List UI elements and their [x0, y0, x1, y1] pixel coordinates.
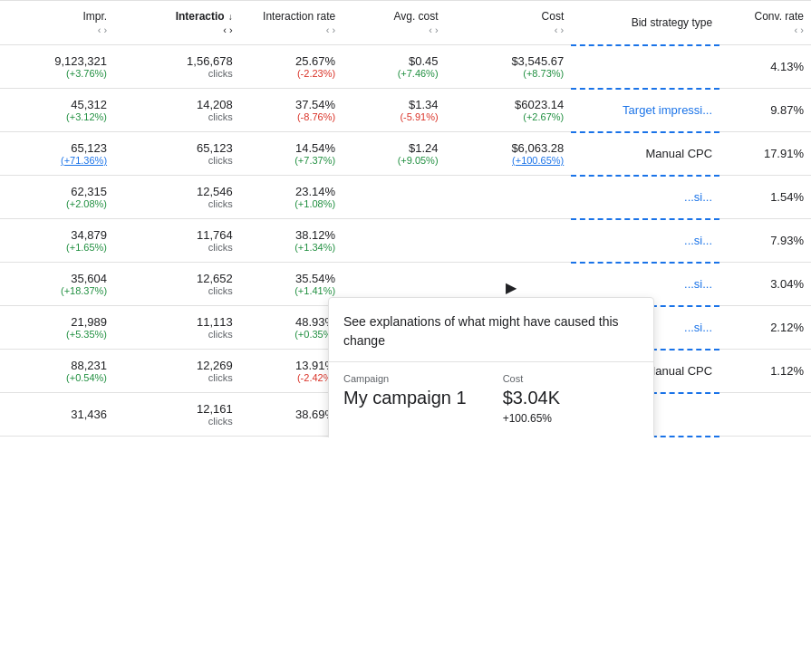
- cell-impr: 88,231(+0.54%): [0, 350, 114, 393]
- cell-impr: 34,879(+1.65%): [0, 219, 114, 263]
- cursor-icon: ▶: [506, 279, 517, 296]
- col-header-impr[interactable]: Impr. ‹ ›: [0, 1, 114, 45]
- table-row: 9,123,321(+3.76%)1,56,678clicks25.67%(-2…: [0, 45, 811, 89]
- cell-bid-strategy: Target impressi...: [571, 89, 719, 132]
- cell-int-rate: 23.14%(+1.08%): [240, 176, 343, 219]
- cell-interaction: 65,123clicks: [114, 132, 240, 176]
- cell-interaction: 1,56,678clicks: [114, 45, 240, 89]
- cell-interaction: 12,161clicks: [114, 393, 240, 437]
- cell-impr: 45,312(+3.12%): [0, 89, 114, 132]
- tooltip-cost-section: Cost $3.04K +100.65%: [503, 373, 560, 425]
- cell-interaction: 14,208clicks: [114, 89, 240, 132]
- cell-interaction: 12,269clicks: [114, 350, 240, 393]
- cell-avg-cost: $0.45(+7.46%): [343, 45, 445, 89]
- cell-avg-cost: [343, 176, 445, 219]
- data-table: Impr. ‹ › Interactio ↓ ‹ › Interaction r…: [0, 0, 811, 437]
- cell-impr: 21,989(+5.35%): [0, 306, 114, 350]
- cell-bid-strategy: ...si...: [571, 176, 719, 219]
- cell-impr: 35,604(+18.37%): [0, 263, 114, 306]
- tooltip-popup: See explanations of what might have caus…: [328, 297, 654, 437]
- cell-conv-rate: 1.54%: [719, 176, 811, 219]
- cell-bid-strategy: [571, 45, 719, 89]
- cell-cost: $6023.14(+2.67%): [446, 89, 572, 132]
- cell-interaction: 12,546clicks: [114, 176, 240, 219]
- table-row: 34,879(+1.65%)11,764clicks38.12%(+1.34%)…: [0, 219, 811, 263]
- cell-interaction: 11,113clicks: [114, 306, 240, 350]
- table-row: 45,312(+3.12%)14,208clicks37.54%(-8.76%)…: [0, 89, 811, 132]
- cell-conv-rate: 9.87%: [719, 89, 811, 132]
- cell-conv-rate: 3.04%: [719, 263, 811, 306]
- col-header-avg-cost[interactable]: Avg. cost ‹ ›: [343, 1, 445, 45]
- cell-int-rate: 38.12%(+1.34%): [240, 219, 343, 263]
- col-header-bid-strategy[interactable]: Bid strategy type: [571, 1, 719, 45]
- cell-impr: 31,436: [0, 393, 114, 437]
- tooltip-body: Campaign My campaign 1 Cost $3.04K +100.…: [329, 362, 653, 437]
- cell-avg-cost: [343, 219, 445, 263]
- cell-conv-rate: 17.91%: [719, 132, 811, 176]
- cell-conv-rate: [719, 393, 811, 437]
- cell-interaction: 12,652clicks: [114, 263, 240, 306]
- cell-int-rate: 37.54%(-8.76%): [240, 89, 343, 132]
- cell-avg-cost: $1.24(+9.05%): [343, 132, 445, 176]
- col-header-interaction[interactable]: Interactio ↓ ‹ ›: [114, 1, 240, 45]
- cell-impr: 65,123(+71.36%): [0, 132, 114, 176]
- cell-int-rate: 14.54%(+7.37%): [240, 132, 343, 176]
- cell-bid-strategy: ...si...: [571, 219, 719, 263]
- cell-cost: $3,545.67(+8.73%): [446, 45, 572, 89]
- tooltip-campaign-section: Campaign My campaign 1: [343, 373, 467, 408]
- cell-avg-cost: $1.34(-5.91%): [343, 89, 445, 132]
- cell-conv-rate: 7.93%: [719, 219, 811, 263]
- tooltip-header-text: See explanations of what might have caus…: [329, 298, 653, 361]
- cell-impr: 62,315(+2.08%): [0, 176, 114, 219]
- cell-bid-strategy: Manual CPC: [571, 132, 719, 176]
- col-header-cost[interactable]: Cost ‹ ›: [446, 1, 572, 45]
- cell-conv-rate: 1.12%: [719, 350, 811, 393]
- cell-conv-rate: 4.13%: [719, 45, 811, 89]
- table-row: 65,123(+71.36%)65,123clicks14.54%(+7.37%…: [0, 132, 811, 176]
- col-header-int-rate[interactable]: Interaction rate ‹ ›: [240, 1, 343, 45]
- cell-conv-rate: 2.12%: [719, 306, 811, 350]
- cell-cost: [446, 176, 572, 219]
- table-row: 62,315(+2.08%)12,546clicks23.14%(+1.08%)…: [0, 176, 811, 219]
- cell-int-rate: 25.67%(-2.23%): [240, 45, 343, 89]
- cell-interaction: 11,764clicks: [114, 219, 240, 263]
- cell-impr: 9,123,321(+3.76%): [0, 45, 114, 89]
- cell-cost: $6,063.28(+100.65%): [446, 132, 572, 176]
- cell-cost: [446, 219, 572, 263]
- col-header-conv-rate[interactable]: Conv. rate ‹ ›: [719, 1, 811, 45]
